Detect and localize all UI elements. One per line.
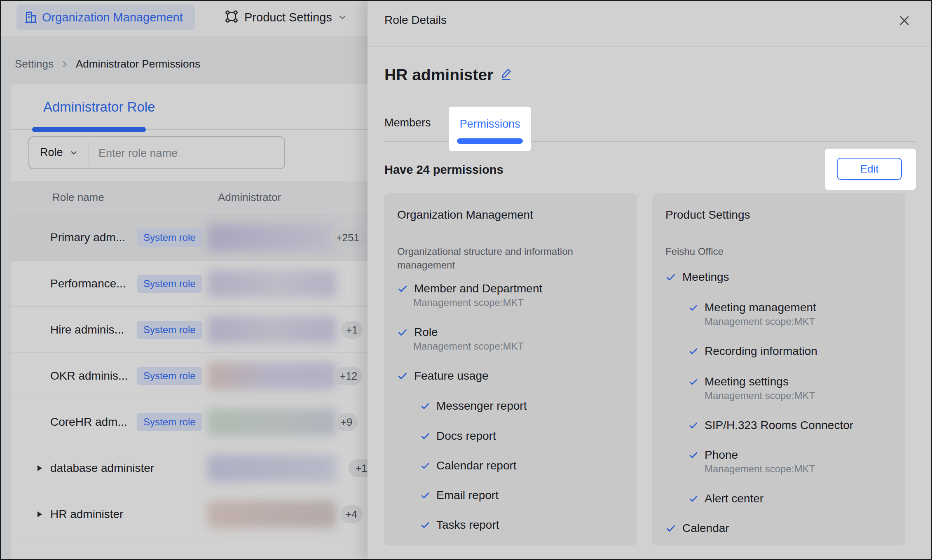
dim-overlay <box>0 0 932 560</box>
tab-active-indicator <box>457 138 523 144</box>
tab-permissions[interactable]: Permissions <box>449 118 531 131</box>
edit-button[interactable]: Edit <box>837 158 902 180</box>
spotlight-permissions-tab: Permissions <box>449 107 531 151</box>
spotlight-edit-button: Edit <box>825 149 916 190</box>
app-screen: Organization Management Product Settings… <box>0 0 932 560</box>
